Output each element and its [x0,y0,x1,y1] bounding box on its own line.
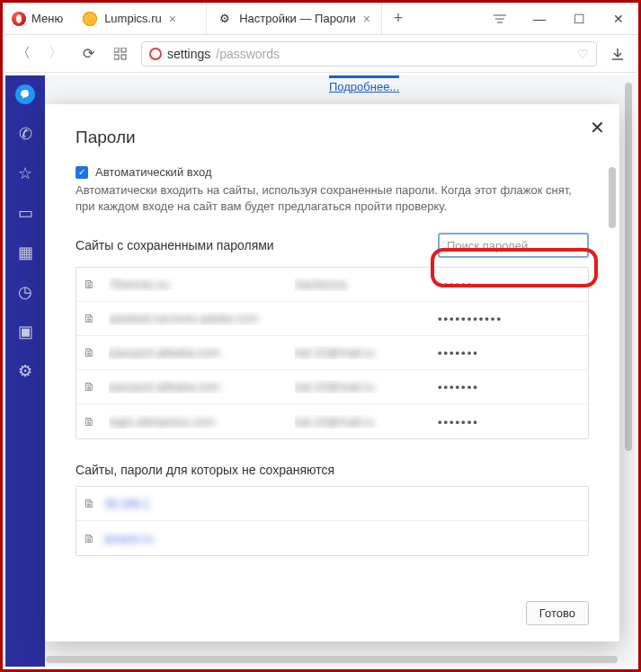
password-cell: ••••••• [438,415,581,429]
site-cell: 38.186.1 [104,497,150,510]
table-row[interactable]: 🗎 38.186.1 [76,487,588,521]
address-input[interactable]: settings/passwords ♡ [141,41,597,66]
tab-lumpics[interactable]: Lumpics.ru × [72,3,207,34]
site-icon: 🗎 [84,532,95,545]
tabs: Lumpics.ru × ⚙ Настройки — Пароли × + [72,3,480,34]
speed-dial-button[interactable] [109,42,132,66]
page-scrollbar[interactable] [625,83,632,451]
site-icon: 🗎 [84,497,95,510]
table-row[interactable]: 🗎 adobeid-services.adobe.com ••••••••••• [76,302,588,336]
close-icon[interactable]: × [363,12,370,26]
site-icon: 🗎 [84,415,109,429]
dialog-footer: Готово [76,588,589,625]
site-cell: adobeid-services.adobe.com [109,312,295,325]
close-button[interactable]: ✕ [599,3,638,35]
password-cell: ••••••• [438,380,581,393]
user-cell: Sachkova [295,278,438,291]
tab-label: Настройки — Пароли [239,12,356,25]
site-icon: 🗎 [84,312,109,325]
never-save-table: 🗎 38.186.1 🗎 amaze.ru [76,486,589,556]
sun-icon [83,12,97,26]
user-cell: kat-15@mail.ru [295,346,438,359]
site-cell: passport.alibaba.com [109,346,295,359]
saved-section-title: Сайты с сохраненными паролями [76,238,274,252]
bookmark-icon[interactable]: ☆ [15,164,35,183]
site-icon: 🗎 [84,346,109,359]
forward-button[interactable]: 〉 [44,42,67,66]
table-row[interactable]: 🗎 7themes.su Sachkova •••••• [76,268,588,302]
search-passwords-input[interactable]: Поиск паролей [438,233,589,258]
table-row[interactable]: 🗎 passport.alibaba.com kat-15@mail.ru ••… [76,370,588,404]
new-tab-button[interactable]: + [382,3,414,34]
close-icon[interactable]: × [169,12,176,26]
passwords-dialog: ✕ Пароли ✓ Автоматический вход Автоматич… [45,104,619,641]
svg-rect-3 [114,48,119,52]
auto-signin-checkbox[interactable]: ✓ Автоматический вход [76,165,589,179]
menu-button[interactable]: Меню [3,3,72,34]
site-cell: passport.alibaba.com [109,380,295,393]
auto-signin-description: Автоматически входить на сайты, использу… [76,182,589,215]
password-cell: •••••• [438,278,581,291]
search-placeholder: Поиск паролей [447,239,528,252]
saved-passwords-table: 🗎 7themes.su Sachkova •••••• 🗎 adobeid-s… [76,267,589,439]
personal-news-icon[interactable]: ▭ [15,203,35,223]
site-cell: amaze.ru [104,532,153,545]
table-row[interactable]: 🗎 amaze.ru [76,521,588,555]
easy-setup-icon[interactable] [480,3,520,35]
opera-logo-icon [12,12,26,26]
password-cell: ••••••••••• [438,312,581,325]
sidebar: ✆ ☆ ▭ ▦ ◷ ▣ ⚙ [5,75,45,667]
settings-sublink[interactable]: Подробнее... [329,75,399,93]
svg-rect-4 [121,48,126,52]
address-bar: 〈 〉 ⟳ settings/passwords ♡ [3,35,638,73]
menu-label: Меню [31,12,63,25]
history-icon[interactable]: ◷ [15,282,35,302]
svg-rect-5 [114,55,119,59]
snapshot-icon[interactable]: ▦ [15,243,35,262]
maximize-button[interactable]: ☐ [559,3,599,35]
dialog-title: Пароли [76,128,589,147]
opera-url-icon [149,48,162,60]
done-button[interactable]: Готово [526,601,589,625]
whatsapp-icon[interactable]: ✆ [15,124,35,144]
saved-section-header: Сайты с сохраненными паролями Поиск паро… [76,233,589,258]
gear-icon: ⚙ [218,12,232,26]
downloads-button[interactable] [606,42,629,66]
check-icon: ✓ [76,166,88,179]
never-section-title: Сайты, пароли для которых не сохраняются [76,463,589,477]
url-prefix: settings [167,47,210,61]
user-cell: kat-15@mail.ru [295,415,438,429]
dialog-scrollbar[interactable] [609,167,616,228]
svg-rect-6 [121,55,126,59]
tab-settings[interactable]: ⚙ Настройки — Пароли × [207,3,382,34]
table-row[interactable]: 🗎 login.aliexpress.com kat-15@mail.ru ••… [76,404,588,438]
gear-icon[interactable]: ⚙ [15,361,35,381]
auto-signin-label: Автоматический вход [95,165,212,179]
site-cell: 7themes.su [109,278,295,291]
bookmark-icon[interactable]: ♡ [577,47,589,61]
horizontal-scrollbar[interactable] [46,656,618,663]
titlebar: Меню Lumpics.ru × ⚙ Настройки — Пароли ×… [3,3,638,35]
url-path: /passwords [216,47,280,61]
user-cell: kat-15@mail.ru [295,380,438,393]
minimize-button[interactable]: — [520,3,559,35]
password-cell: ••••••• [438,346,581,359]
dialog-close-button[interactable]: ✕ [590,117,605,138]
tab-label: Lumpics.ru [104,12,162,25]
back-button[interactable]: 〈 [12,42,35,66]
site-cell: login.aliexpress.com [109,415,295,429]
site-icon: 🗎 [84,380,109,393]
reload-button[interactable]: ⟳ [76,42,100,66]
page-content: ✆ ☆ ▭ ▦ ◷ ▣ ⚙ Подробнее... ✕ Пароли ✓ Ав… [5,75,636,667]
site-icon: 🗎 [84,278,109,291]
window-controls: — ☐ ✕ [480,3,638,35]
table-row[interactable]: 🗎 passport.alibaba.com kat-15@mail.ru ••… [76,336,588,370]
messenger-icon[interactable] [15,84,35,104]
extensions-icon[interactable]: ▣ [15,322,35,341]
